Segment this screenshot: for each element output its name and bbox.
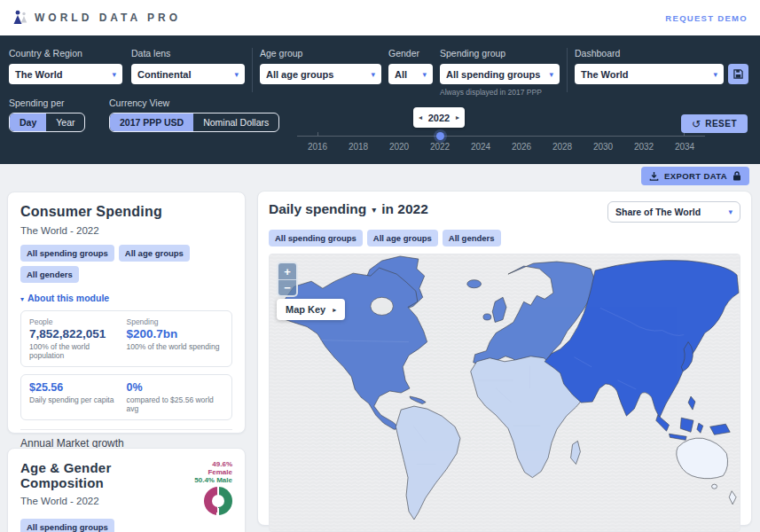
currency-view-toggle: 2017 PPP USD Nominal Dollars [109, 113, 279, 132]
request-demo-link[interactable]: REQUEST DEMO [665, 13, 748, 23]
caret-down-icon: ▾ [713, 70, 717, 79]
spending-group-label: Spending group [440, 48, 560, 59]
caret-down-icon: ▾ [728, 207, 733, 216]
caret-down-icon: ▾ [422, 70, 427, 79]
gender-value: All [395, 69, 407, 80]
timeline-year[interactable]: 2022 [419, 142, 460, 152]
country-region-value: The World [15, 69, 63, 80]
spending-note: 100% of the world spending [127, 342, 224, 351]
female-share-label: 49.6% Female [188, 460, 232, 476]
chip-spending-groups[interactable]: All spending groups [20, 519, 114, 532]
year-value: 2022 [428, 113, 450, 123]
spending-group-select[interactable]: All spending groups ▾ [440, 64, 560, 84]
export-data-button[interactable]: EXPORT DATA [641, 167, 749, 185]
chip-age-groups[interactable]: All age groups [367, 230, 438, 246]
gender-select[interactable]: All ▾ [388, 64, 433, 84]
map-module-card: Daily spending ▾ in 2022 Share of The Wo… [257, 191, 752, 526]
map-region-tasmania[interactable] [712, 484, 717, 489]
age-gender-chips: All spending groups [20, 519, 232, 532]
timeline-year[interactable]: 2024 [460, 142, 501, 152]
year-next-button[interactable]: ▸ [456, 113, 459, 121]
caret-down-icon: ▾ [234, 70, 239, 79]
reset-label: RESET [705, 119, 737, 129]
data-lens-label: Data lens [131, 48, 245, 59]
map-zoom-controls: + − [277, 262, 298, 297]
timeline-tick [317, 132, 318, 137]
population-spending-box: People 7,852,822,051 100% of the world p… [20, 310, 232, 367]
timeline-year[interactable]: 2018 [338, 142, 379, 152]
brand: WORLD DATA PRO [12, 10, 181, 26]
spending-group-note: Always displayed in 2017 PPP [440, 88, 560, 97]
age-gender-card: Age & Gender Composition The World - 202… [7, 448, 246, 532]
timeline-year[interactable]: 2030 [583, 142, 623, 152]
currency-view-label: Currency View [109, 98, 169, 108]
divider [20, 429, 232, 430]
age-group-label: Age group [260, 48, 381, 59]
timeline-year[interactable]: 2032 [623, 142, 664, 152]
chip-spending-groups[interactable]: All spending groups [269, 230, 363, 246]
timeline-selected-dot[interactable] [436, 132, 444, 140]
zoom-out-button[interactable]: − [278, 279, 296, 295]
reset-button[interactable]: ↺ RESET [681, 114, 748, 133]
chip-age-groups[interactable]: All age groups [119, 245, 190, 262]
timeline-year[interactable]: 2028 [542, 142, 583, 152]
content-area: EXPORT DATA Consumer Spending The World … [0, 164, 760, 532]
year-timeline[interactable]: 2016 2018 2020 2022 2024 2026 2028 2030 … [297, 132, 705, 160]
toggle-nominal-dollars[interactable]: Nominal Dollars [193, 113, 278, 131]
consumer-spending-title: Consumer Spending [20, 204, 232, 220]
gender-donut-chart [204, 487, 232, 515]
timeline-year[interactable]: 2034 [664, 142, 705, 152]
year-stepper: ◂ 2022 ▸ [413, 107, 465, 128]
reset-icon: ↺ [692, 119, 701, 129]
lock-icon [733, 171, 741, 181]
hudson-bay [371, 297, 394, 315]
timeline-years: 2016 2018 2020 2022 2024 2026 2028 2030 … [297, 142, 705, 152]
timeline-year[interactable]: 2020 [379, 142, 419, 152]
chip-genders[interactable]: All genders [20, 266, 79, 283]
timeline-year[interactable]: 2026 [501, 142, 542, 152]
chevron-right-icon: ▸ [333, 306, 336, 314]
toggle-ppp-usd[interactable]: 2017 PPP USD [110, 113, 193, 131]
data-lens-select[interactable]: Continental ▾ [131, 64, 245, 84]
year-prev-button[interactable]: ◂ [419, 113, 422, 121]
caret-down-icon[interactable]: ▾ [372, 205, 376, 215]
map-title-suffix: in 2022 [381, 201, 428, 217]
spending-per-toggle: Day Year [9, 113, 85, 132]
spending-group-value: All spending groups [446, 69, 540, 80]
filter-divider [252, 48, 253, 92]
chip-spending-groups[interactable]: All spending groups [20, 245, 114, 262]
share-select[interactable]: Share of The World ▾ [607, 201, 740, 223]
download-icon [649, 171, 659, 181]
map-metric-label[interactable]: Daily spending [269, 201, 366, 217]
chip-genders[interactable]: All genders [443, 230, 501, 246]
dashboard-value: The World [581, 69, 629, 80]
world-data-pro-app: WORLD DATA PRO REQUEST DEMO Country & Re… [0, 0, 760, 532]
map-key-button[interactable]: Map Key ▸ [277, 299, 345, 320]
dashboard-select[interactable]: The World ▾ [575, 64, 724, 84]
toggle-year[interactable]: Year [46, 113, 84, 131]
per-capita-value: $25.56 [29, 381, 127, 394]
per-capita-box: $25.56 Daily spending per capita 0% comp… [20, 374, 232, 420]
about-module-link[interactable]: ▾About this module [20, 293, 232, 303]
world-map[interactable]: + − Map Key ▸ [269, 254, 740, 532]
save-dashboard-button[interactable] [728, 64, 748, 84]
vs-world-stat: 0% compared to $25.56 world avg [127, 381, 224, 413]
map-region-iceland[interactable] [467, 280, 482, 288]
age-gender-title: Age & Gender Composition [20, 460, 188, 490]
top-header: WORLD DATA PRO REQUEST DEMO [0, 0, 760, 35]
caret-down-icon: ▾ [112, 70, 116, 79]
age-group-select[interactable]: All age groups ▾ [260, 64, 381, 84]
spending-label: Spending [127, 317, 224, 326]
country-region-select[interactable]: The World ▾ [9, 64, 122, 84]
spending-value: $200.7bn [127, 327, 224, 340]
age-gender-subtitle: The World - 2022 [20, 496, 188, 506]
data-lens-value: Continental [137, 69, 192, 80]
male-share-label: 50.4% Male [188, 476, 232, 484]
filter-dashboard: Dashboard The World ▾ [575, 48, 748, 84]
zoom-in-button[interactable]: + [278, 263, 296, 279]
map-chips: All spending groups All age groups All g… [269, 230, 740, 246]
timeline-year[interactable]: 2016 [297, 142, 338, 152]
toggle-day[interactable]: Day [10, 113, 46, 131]
gender-legend: 49.6% Female 50.4% Male [188, 460, 232, 515]
map-region-ireland[interactable] [483, 314, 491, 320]
